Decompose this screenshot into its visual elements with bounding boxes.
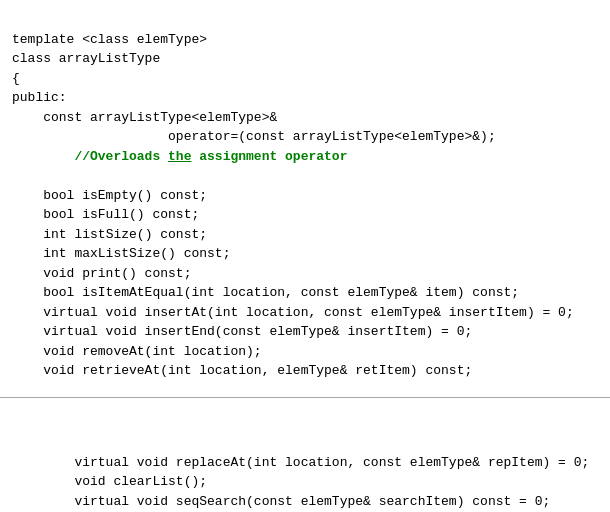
line-1: template <class elemType> class arrayLis… <box>12 32 574 379</box>
section-divider <box>0 397 610 398</box>
code-editor: template <class elemType> class arrayLis… <box>0 0 610 391</box>
code-editor-2: virtual void replaceAt(int location, con… <box>0 404 610 513</box>
lines-section2: virtual void replaceAt(int location, con… <box>12 455 589 513</box>
